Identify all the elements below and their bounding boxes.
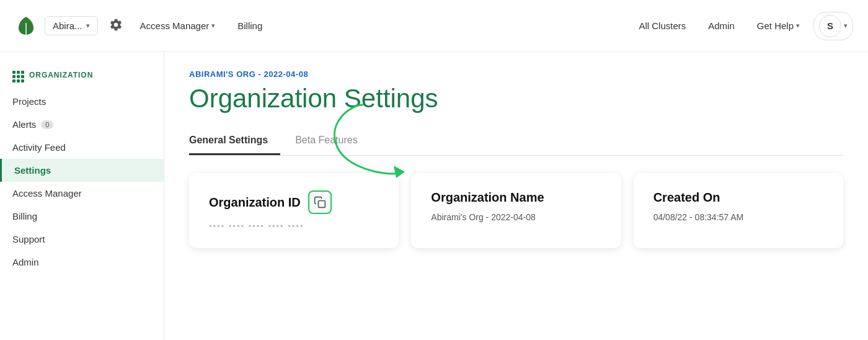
user-avatar: S (819, 15, 841, 37)
org-grid-icon (12, 67, 24, 83)
nav-right: All Clusters Admin Get Help ▾ S ▾ (630, 12, 853, 40)
sidebar-item-settings[interactable]: Settings (0, 159, 164, 182)
alerts-badge: 0 (41, 120, 53, 129)
sidebar-item-billing-label: Billing (12, 211, 37, 221)
nav-link-access-manager-chevron: ▾ (211, 22, 215, 30)
nav-link-access-manager-label: Access Manager (140, 20, 210, 31)
nav-left: Abira... ▾ Access Manager ▾ Billing (15, 14, 630, 37)
sidebar: ORGANIZATION Projects Alerts 0 Activity … (0, 52, 164, 340)
sidebar-item-activity-feed[interactable]: Activity Feed (0, 136, 164, 159)
breadcrumb: ABIRAMI'S ORG - 2022-04-08 (189, 69, 843, 79)
sidebar-item-projects[interactable]: Projects (0, 90, 164, 113)
card-org-name-header: Organization Name (431, 190, 601, 205)
sidebar-item-alerts[interactable]: Alerts 0 (0, 113, 164, 136)
settings-button[interactable] (105, 14, 126, 37)
tab-beta-features[interactable]: Beta Features (295, 128, 370, 155)
sidebar-section-title-text: ORGANIZATION (29, 71, 93, 79)
get-help-chevron: ▾ (796, 22, 800, 30)
page-title: Organization Settings (189, 84, 843, 114)
org-selector[interactable]: Abira... ▾ (45, 16, 98, 35)
get-help-label: Get Help (757, 20, 794, 31)
card-created-on-title: Created On (653, 190, 720, 205)
org-selector-chevron: ▾ (86, 22, 90, 30)
card-org-id-header: Organization ID (209, 190, 379, 214)
copy-org-id-button[interactable] (308, 190, 332, 214)
sidebar-item-admin[interactable]: Admin (0, 251, 164, 274)
top-navigation: Abira... ▾ Access Manager ▾ Billing All … (0, 0, 868, 52)
card-org-id: Organization ID •••• •••• •••• •••• •••• (189, 173, 399, 248)
tab-general-settings[interactable]: General Settings (189, 128, 280, 155)
card-created-on-value: 04/08/22 - 08:34:57 AM (653, 212, 823, 222)
app-logo[interactable] (15, 15, 37, 37)
cards-row: Organization ID •••• •••• •••• •••• ••••… (189, 173, 843, 248)
sidebar-section-title: ORGANIZATION (0, 67, 164, 90)
org-selector-label: Abira... (53, 20, 82, 31)
user-avatar-wrapper[interactable]: S ▾ (813, 12, 853, 40)
sidebar-item-support[interactable]: Support (0, 228, 164, 251)
card-org-name-value: Abirami's Org - 2022-04-08 (431, 212, 601, 222)
nav-link-billing[interactable]: Billing (229, 16, 271, 36)
sidebar-item-settings-label: Settings (14, 165, 51, 176)
nav-link-access-manager[interactable]: Access Manager ▾ (131, 16, 224, 36)
card-created-on-header: Created On (653, 190, 823, 205)
main-content: ABIRAMI'S ORG - 2022-04-08 Organization … (164, 52, 868, 340)
nav-link-billing-label: Billing (237, 20, 262, 31)
sidebar-item-admin-label: Admin (12, 257, 39, 267)
tabs-bar: General Settings Beta Features (189, 128, 843, 156)
sidebar-item-access-manager-label: Access Manager (12, 188, 82, 199)
card-org-name-title: Organization Name (431, 190, 544, 205)
main-layout: ORGANIZATION Projects Alerts 0 Activity … (0, 52, 868, 340)
svg-rect-1 (318, 201, 325, 208)
card-org-id-value: •••• •••• •••• •••• •••• (209, 221, 379, 231)
admin-button[interactable]: Admin (699, 16, 743, 36)
sidebar-item-activity-feed-label: Activity Feed (12, 142, 66, 153)
sidebar-item-alerts-label: Alerts (12, 119, 36, 130)
sidebar-item-billing[interactable]: Billing (0, 205, 164, 228)
sidebar-item-projects-label: Projects (12, 96, 46, 107)
card-org-id-title: Organization ID (209, 195, 301, 210)
sidebar-item-access-manager[interactable]: Access Manager (0, 182, 164, 205)
sidebar-item-support-label: Support (12, 234, 45, 244)
card-created-on: Created On 04/08/22 - 08:34:57 AM (634, 173, 843, 248)
user-menu-chevron: ▾ (844, 22, 848, 30)
all-clusters-button[interactable]: All Clusters (630, 16, 694, 36)
get-help-button[interactable]: Get Help ▾ (748, 16, 808, 36)
card-org-name: Organization Name Abirami's Org - 2022-0… (411, 173, 621, 248)
